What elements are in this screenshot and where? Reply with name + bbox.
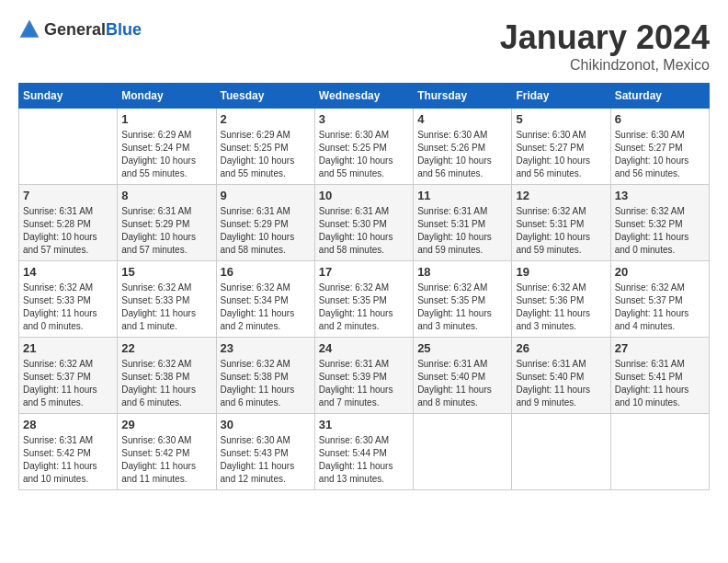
logo-blue: Blue <box>106 20 142 39</box>
calendar-cell: 2Sunrise: 6:29 AM Sunset: 5:25 PM Daylig… <box>216 109 314 185</box>
page-header: GeneralBlue January 2024 Chikindzonot, M… <box>18 18 710 74</box>
day-info: Sunrise: 6:31 AM Sunset: 5:31 PM Dayligh… <box>417 205 507 257</box>
day-number: 31 <box>319 418 409 431</box>
day-number: 23 <box>221 341 311 355</box>
calendar-cell: 25Sunrise: 6:31 AM Sunset: 5:40 PM Dayli… <box>414 338 512 414</box>
calendar-week-row: 14Sunrise: 6:32 AM Sunset: 5:33 PM Dayli… <box>19 261 710 338</box>
location-title: Chikindzonot, Mexico <box>500 57 710 74</box>
logo-icon <box>18 18 40 40</box>
day-number: 22 <box>121 341 211 355</box>
day-info: Sunrise: 6:32 AM Sunset: 5:33 PM Dayligh… <box>121 282 211 333</box>
day-info: Sunrise: 6:29 AM Sunset: 5:24 PM Dayligh… <box>121 129 211 180</box>
day-info: Sunrise: 6:31 AM Sunset: 5:28 PM Dayligh… <box>23 205 113 257</box>
day-number: 26 <box>516 341 606 355</box>
calendar-cell: 13Sunrise: 6:32 AM Sunset: 5:32 PM Dayli… <box>610 185 709 261</box>
calendar-cell: 31Sunrise: 6:30 AM Sunset: 5:44 PM Dayli… <box>314 414 413 490</box>
calendar-cell: 3Sunrise: 6:30 AM Sunset: 5:25 PM Daylig… <box>314 109 413 185</box>
calendar-cell <box>610 414 709 490</box>
day-info: Sunrise: 6:30 AM Sunset: 5:43 PM Dayligh… <box>221 434 311 486</box>
day-number: 17 <box>319 265 409 279</box>
calendar-cell: 4Sunrise: 6:30 AM Sunset: 5:26 PM Daylig… <box>414 109 512 185</box>
day-number: 14 <box>23 265 113 279</box>
day-info: Sunrise: 6:32 AM Sunset: 5:34 PM Dayligh… <box>221 282 311 333</box>
weekday-header-wednesday: Wednesday <box>314 84 413 109</box>
day-info: Sunrise: 6:30 AM Sunset: 5:27 PM Dayligh… <box>516 129 606 180</box>
day-info: Sunrise: 6:32 AM Sunset: 5:38 PM Dayligh… <box>221 358 311 409</box>
calendar-week-row: 21Sunrise: 6:32 AM Sunset: 5:37 PM Dayli… <box>19 338 710 414</box>
calendar-cell: 29Sunrise: 6:30 AM Sunset: 5:42 PM Dayli… <box>118 414 216 490</box>
weekday-header-row: SundayMondayTuesdayWednesdayThursdayFrid… <box>19 84 710 109</box>
month-title: January 2024 <box>500 18 710 57</box>
calendar-cell: 8Sunrise: 6:31 AM Sunset: 5:29 PM Daylig… <box>118 185 216 261</box>
calendar-cell: 24Sunrise: 6:31 AM Sunset: 5:39 PM Dayli… <box>314 338 413 414</box>
day-number: 25 <box>417 341 507 355</box>
day-number: 7 <box>23 189 113 202</box>
calendar-week-row: 7Sunrise: 6:31 AM Sunset: 5:28 PM Daylig… <box>19 185 710 261</box>
calendar-cell: 16Sunrise: 6:32 AM Sunset: 5:34 PM Dayli… <box>216 261 314 338</box>
day-number: 9 <box>221 189 311 202</box>
day-info: Sunrise: 6:31 AM Sunset: 5:29 PM Dayligh… <box>121 205 211 257</box>
day-number: 13 <box>615 189 705 202</box>
day-number: 11 <box>417 189 507 202</box>
calendar-cell: 10Sunrise: 6:31 AM Sunset: 5:30 PM Dayli… <box>314 185 413 261</box>
weekday-header-saturday: Saturday <box>610 84 709 109</box>
day-info: Sunrise: 6:32 AM Sunset: 5:36 PM Dayligh… <box>516 282 606 333</box>
day-info: Sunrise: 6:29 AM Sunset: 5:25 PM Dayligh… <box>221 129 311 180</box>
calendar-cell: 11Sunrise: 6:31 AM Sunset: 5:31 PM Dayli… <box>414 185 512 261</box>
day-number: 20 <box>615 265 705 279</box>
day-number: 24 <box>319 341 409 355</box>
calendar-cell: 27Sunrise: 6:31 AM Sunset: 5:41 PM Dayli… <box>610 338 709 414</box>
day-info: Sunrise: 6:30 AM Sunset: 5:42 PM Dayligh… <box>121 434 211 486</box>
title-block: January 2024 Chikindzonot, Mexico <box>500 18 710 74</box>
calendar-cell: 15Sunrise: 6:32 AM Sunset: 5:33 PM Dayli… <box>118 261 216 338</box>
day-number: 18 <box>417 265 507 279</box>
calendar-cell: 12Sunrise: 6:32 AM Sunset: 5:31 PM Dayli… <box>512 185 610 261</box>
day-info: Sunrise: 6:31 AM Sunset: 5:40 PM Dayligh… <box>516 358 606 409</box>
calendar-cell <box>19 109 118 185</box>
calendar-table: SundayMondayTuesdayWednesdayThursdayFrid… <box>18 83 710 490</box>
calendar-cell: 19Sunrise: 6:32 AM Sunset: 5:36 PM Dayli… <box>512 261 610 338</box>
calendar-cell <box>512 414 610 490</box>
day-number: 8 <box>121 189 211 202</box>
calendar-cell: 28Sunrise: 6:31 AM Sunset: 5:42 PM Dayli… <box>19 414 118 490</box>
day-info: Sunrise: 6:30 AM Sunset: 5:26 PM Dayligh… <box>417 129 507 180</box>
calendar-cell <box>414 414 512 490</box>
day-info: Sunrise: 6:31 AM Sunset: 5:30 PM Dayligh… <box>319 205 409 257</box>
day-info: Sunrise: 6:31 AM Sunset: 5:39 PM Dayligh… <box>319 358 409 409</box>
day-number: 12 <box>516 189 606 202</box>
day-number: 27 <box>615 341 705 355</box>
calendar-cell: 9Sunrise: 6:31 AM Sunset: 5:29 PM Daylig… <box>216 185 314 261</box>
calendar-cell: 26Sunrise: 6:31 AM Sunset: 5:40 PM Dayli… <box>512 338 610 414</box>
calendar-cell: 1Sunrise: 6:29 AM Sunset: 5:24 PM Daylig… <box>118 109 216 185</box>
weekday-header-monday: Monday <box>118 84 216 109</box>
day-info: Sunrise: 6:31 AM Sunset: 5:29 PM Dayligh… <box>221 205 311 257</box>
day-info: Sunrise: 6:32 AM Sunset: 5:31 PM Dayligh… <box>516 205 606 257</box>
calendar-cell: 23Sunrise: 6:32 AM Sunset: 5:38 PM Dayli… <box>216 338 314 414</box>
calendar-cell: 22Sunrise: 6:32 AM Sunset: 5:38 PM Dayli… <box>118 338 216 414</box>
day-info: Sunrise: 6:32 AM Sunset: 5:37 PM Dayligh… <box>23 358 113 409</box>
calendar-week-row: 1Sunrise: 6:29 AM Sunset: 5:24 PM Daylig… <box>19 109 710 185</box>
weekday-header-thursday: Thursday <box>414 84 512 109</box>
logo-general: General <box>44 20 106 39</box>
day-info: Sunrise: 6:30 AM Sunset: 5:27 PM Dayligh… <box>615 129 705 180</box>
day-number: 16 <box>221 265 311 279</box>
day-info: Sunrise: 6:31 AM Sunset: 5:40 PM Dayligh… <box>417 358 507 409</box>
day-number: 15 <box>121 265 211 279</box>
logo: GeneralBlue <box>18 18 142 40</box>
day-number: 19 <box>516 265 606 279</box>
day-number: 29 <box>121 418 211 431</box>
day-number: 30 <box>221 418 311 431</box>
calendar-cell: 18Sunrise: 6:32 AM Sunset: 5:35 PM Dayli… <box>414 261 512 338</box>
day-info: Sunrise: 6:32 AM Sunset: 5:33 PM Dayligh… <box>23 282 113 333</box>
calendar-body: 1Sunrise: 6:29 AM Sunset: 5:24 PM Daylig… <box>19 109 710 490</box>
calendar-cell: 21Sunrise: 6:32 AM Sunset: 5:37 PM Dayli… <box>19 338 118 414</box>
day-number: 1 <box>121 112 211 126</box>
weekday-header-tuesday: Tuesday <box>216 84 314 109</box>
calendar-cell: 17Sunrise: 6:32 AM Sunset: 5:35 PM Dayli… <box>314 261 413 338</box>
day-info: Sunrise: 6:32 AM Sunset: 5:38 PM Dayligh… <box>121 358 211 409</box>
day-number: 10 <box>319 189 409 202</box>
day-info: Sunrise: 6:31 AM Sunset: 5:42 PM Dayligh… <box>23 434 113 486</box>
day-info: Sunrise: 6:30 AM Sunset: 5:25 PM Dayligh… <box>319 129 409 180</box>
day-info: Sunrise: 6:30 AM Sunset: 5:44 PM Dayligh… <box>319 434 409 486</box>
day-number: 21 <box>23 341 113 355</box>
